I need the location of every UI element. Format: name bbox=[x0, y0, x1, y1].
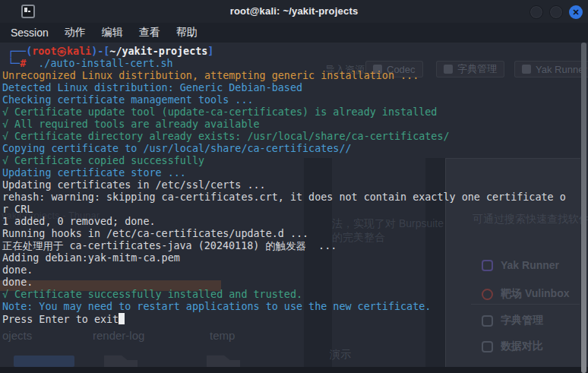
terminal-line: √ Certificate directory already exists: … bbox=[2, 131, 583, 143]
data-compare-icon bbox=[482, 341, 493, 352]
terminal-scrollbar[interactable] bbox=[581, 43, 586, 373]
terminal-line: Copying certificate to /usr/local/share/… bbox=[2, 143, 583, 155]
background-demo-label: 演示 bbox=[330, 348, 351, 362]
close-button[interactable]: ✕ bbox=[569, 5, 583, 19]
terminal-line: Updating certificate store ... bbox=[2, 167, 583, 179]
background-folder-label: temp bbox=[210, 329, 235, 342]
terminal-line: done. bbox=[2, 277, 583, 289]
background-selected-item bbox=[14, 356, 74, 367]
terminal-cursor bbox=[119, 313, 125, 324]
menu-actions[interactable]: 动作 bbox=[65, 26, 86, 40]
terminal-line: Press Enter to exit bbox=[2, 313, 583, 325]
terminal-line: Adding debian:yak-mitm-ca.pem bbox=[2, 252, 583, 264]
menu-help[interactable]: 帮助 bbox=[176, 26, 198, 40]
menu-bar: Session 动作 编辑 查看 帮助 bbox=[0, 23, 588, 43]
menu-session[interactable]: Session bbox=[11, 27, 49, 39]
menu-edit[interactable]: 编辑 bbox=[102, 26, 123, 40]
qterminal-window: root@kali: ~/yakit-projects ✕ Session 动作… bbox=[0, 0, 588, 373]
window-title: root@kali: ~/yakit-projects bbox=[0, 5, 588, 17]
menu-view[interactable]: 查看 bbox=[139, 26, 160, 40]
terminal-output: ┌──(root㉿kali)-[~/yakit-projects]└─# ./a… bbox=[2, 46, 583, 325]
terminal-line: 1 added, 0 removed; done. bbox=[2, 216, 583, 228]
terminal-line: r CRL bbox=[2, 204, 583, 216]
terminal-line: └─# ./auto-install-cert.sh bbox=[2, 58, 583, 70]
terminal-line: Note: You may need to restart applicatio… bbox=[2, 301, 583, 313]
terminal-viewport[interactable]: 导入资源 Codec 字典管理 Yak Runner 法，实现了对 Burpsu… bbox=[0, 43, 588, 373]
background-folder-label: render-log bbox=[93, 329, 144, 342]
terminal-line: Running hooks in /etc/ca-certificates/up… bbox=[2, 228, 583, 240]
minimize-button[interactable] bbox=[530, 5, 543, 19]
terminal-line: √ Certificate successfully installed and… bbox=[2, 289, 583, 301]
terminal-line: Updating certificates in /etc/ssl/certs … bbox=[2, 179, 583, 191]
terminal-line: Unrecognized Linux distribution, attempt… bbox=[2, 70, 583, 82]
terminal-line: Checking certificate management tools ..… bbox=[2, 94, 583, 106]
terminal-line: 正在处理用于 ca-certificates-java (20240118) 的… bbox=[2, 240, 583, 252]
background-folder-label: ojects bbox=[2, 329, 32, 342]
background-sidemenu-datacompare: 数据对比 bbox=[482, 340, 543, 353]
maximize-button[interactable] bbox=[549, 5, 563, 19]
terminal-line: √ All required tools are already availab… bbox=[2, 119, 583, 131]
terminal-line: Detected Linux distribution: Generic Deb… bbox=[2, 82, 583, 94]
title-bar[interactable]: root@kali: ~/yakit-projects ✕ bbox=[0, 0, 588, 23]
window-bottom-border bbox=[0, 367, 588, 373]
terminal-line: done. bbox=[2, 264, 583, 277]
terminal-line: √ Certificate update tool (update-ca-cer… bbox=[2, 106, 583, 119]
terminal-line: rehash: warning: skipping ca-certificate… bbox=[2, 191, 583, 204]
terminal-line: √ Certificate copied successfully bbox=[2, 155, 583, 167]
terminal-line: ┌──(root㉿kali)-[~/yakit-projects] bbox=[2, 46, 583, 58]
